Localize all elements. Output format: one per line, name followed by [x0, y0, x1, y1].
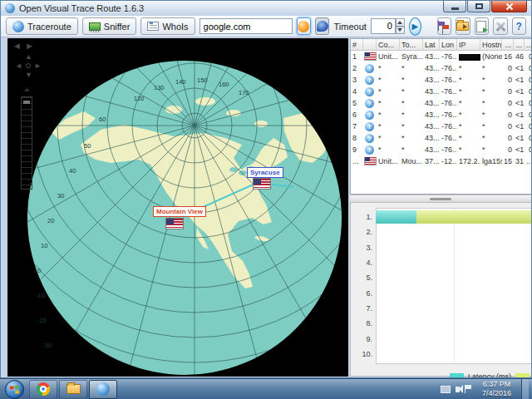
table-row[interactable]: 1Unit...Syra...43...-76...(None)16460 — [351, 51, 531, 62]
taskbar-clock[interactable]: 6:37 PM 7/4/2016 — [477, 380, 516, 398]
col-header-ip[interactable]: IP — [457, 39, 480, 51]
unknown-host-icon: ? — [365, 76, 374, 85]
city-label-syracuse[interactable]: Syracuse — [247, 167, 283, 178]
taskbar-app-button[interactable] — [89, 380, 117, 399]
gantt-row-label: 3. — [352, 244, 376, 252]
panel-splitter[interactable] — [350, 195, 532, 203]
gantt-bar-area — [376, 332, 531, 346]
rotate-left-icon[interactable]: ◄ — [12, 41, 25, 51]
svg-text:0: 0 — [37, 267, 41, 274]
down-arrow-icon — [397, 28, 402, 32]
table-row[interactable]: 2?**43...-76...**0<10 — [351, 62, 531, 74]
maximize-button[interactable] — [467, 1, 490, 12]
taskbar-explorer-button[interactable] — [59, 380, 87, 399]
table-row[interactable]: 4?**43...-76...**0<10 — [351, 86, 531, 97]
hops-table-header[interactable]: # Co... To... Lat Lon IP Hostn... ... ..… — [351, 39, 531, 51]
table-row[interactable]: 8?**43...-76...**0<10 — [351, 132, 531, 144]
rotate-right-icon[interactable]: ► — [25, 41, 37, 51]
table-row[interactable]: 6?**43...-76...**0<10 — [351, 109, 531, 121]
gantt-bar-segment[interactable] — [416, 210, 531, 224]
gantt-row: 9. — [352, 331, 531, 346]
help-button[interactable]: ? — [512, 17, 526, 35]
us-flag-syracuse — [253, 178, 271, 190]
show-desktop-button[interactable] — [521, 379, 529, 399]
svg-text:140: 140 — [175, 78, 186, 86]
gantt-bar-area — [376, 210, 531, 224]
pan-left-icon[interactable]: ◄ — [15, 62, 22, 70]
traceroute-globe-icon — [12, 21, 24, 32]
pan-dpad[interactable]: ▲ ▼ ◄ ► — [13, 52, 43, 82]
whois-icon — [147, 22, 159, 31]
settings-button[interactable] — [493, 17, 507, 35]
gantt-row: 8. — [352, 316, 531, 331]
col-header-country[interactable]: Co... — [377, 39, 400, 51]
pan-center-icon[interactable] — [26, 63, 31, 68]
hop-number: 6 — [351, 111, 363, 119]
network-tray-icon[interactable] — [441, 386, 451, 393]
col-header-lat[interactable]: Lat — [423, 39, 440, 51]
svg-text:-30: -30 — [42, 342, 52, 349]
map-2d-icon — [317, 21, 328, 32]
traceroute-label: Traceroute — [27, 22, 71, 32]
table-row[interactable]: ...Unit...Mou...37...-12...172.2...lga15… — [351, 155, 531, 167]
sniffer-button[interactable]: Sniffer — [82, 17, 137, 35]
globe-panel[interactable]: 60 50 40 30 20 10 0 -10 -20 -30 120 130 … — [7, 38, 348, 377]
table-row[interactable]: 9?**43...-76...**0<10 — [351, 144, 531, 155]
col-header-town[interactable]: To... — [400, 39, 423, 51]
traceroute-button[interactable]: Traceroute — [6, 17, 78, 35]
start-button[interactable] — [5, 380, 24, 399]
col-header-m2[interactable]: ... — [514, 39, 525, 51]
unknown-host-icon: ? — [365, 64, 374, 73]
start-trace-button[interactable]: ▶ — [409, 17, 421, 36]
timeout-label: Timeout — [333, 22, 366, 32]
svg-text:50: 50 — [84, 142, 91, 150]
zoom-slider-thumb[interactable] — [23, 101, 30, 104]
hops-table[interactable]: # Co... To... Lat Lon IP Hostn... ... ..… — [350, 38, 532, 195]
sniffer-nic-icon — [89, 22, 101, 31]
col-header-hostname[interactable]: Hostn... — [480, 39, 502, 51]
us-flag-mountain-view — [165, 218, 184, 229]
save-image-button[interactable] — [475, 17, 489, 35]
rotate-controls[interactable]: ◄► — [12, 41, 37, 51]
svg-text:160: 160 — [219, 81, 229, 88]
hop-number: 9 — [351, 145, 363, 154]
timeout-down-button[interactable] — [396, 27, 405, 35]
col-header-m1[interactable]: ... — [502, 39, 514, 51]
pan-down-icon[interactable]: ▼ — [25, 71, 32, 79]
timeout-up-button[interactable] — [396, 18, 405, 27]
host-input[interactable] — [200, 18, 293, 34]
map-2d-view-button[interactable] — [315, 17, 329, 35]
globe-3d-view-button[interactable] — [297, 17, 311, 35]
timeout-value[interactable]: 0 — [371, 18, 396, 34]
export-folder-button[interactable] — [456, 17, 470, 35]
table-row[interactable]: 3?**43...-76...**0<10 — [351, 74, 531, 86]
pan-up-icon[interactable]: ▲ — [25, 52, 32, 61]
col-header-m3[interactable]: ... — [525, 39, 532, 51]
city-label-mountain-view[interactable]: Mountain View — [153, 206, 206, 217]
zoom-slider[interactable] — [21, 96, 32, 190]
whois-button[interactable]: WhoIs — [140, 17, 195, 35]
minimize-button[interactable] — [443, 1, 466, 12]
gantt-bar-segment[interactable] — [376, 210, 416, 224]
table-row[interactable]: 7?**43...-76...**0<10 — [351, 121, 531, 132]
splitter-grip[interactable] — [430, 198, 451, 200]
pan-right-icon[interactable]: ► — [34, 62, 42, 70]
col-header-num[interactable]: # — [351, 39, 363, 51]
taskbar-chrome-button[interactable] — [29, 380, 57, 399]
action-center-flag-icon[interactable] — [465, 385, 472, 393]
flags-icon — [438, 21, 451, 32]
col-header-lon[interactable]: Lon — [440, 39, 457, 51]
flags-button[interactable] — [437, 17, 451, 35]
col-header-icon[interactable] — [363, 39, 377, 51]
gantt-row-label: 5. — [352, 273, 376, 282]
gantt-row-label: 10. — [352, 350, 376, 358]
svg-text:10: 10 — [41, 242, 47, 249]
close-button[interactable] — [491, 1, 527, 12]
table-row[interactable]: 5?**43...-76...**0<10 — [351, 97, 531, 109]
titlebar[interactable]: Open Visual Trace Route 1.6.3 — [1, 1, 531, 16]
gantt-row: 1. — [352, 209, 531, 224]
zoom-in-icon[interactable]: + — [24, 85, 29, 95]
volume-tray-icon[interactable] — [456, 387, 460, 392]
help-icon: ? — [516, 21, 522, 32]
gantt-row-label: 7. — [352, 304, 376, 313]
